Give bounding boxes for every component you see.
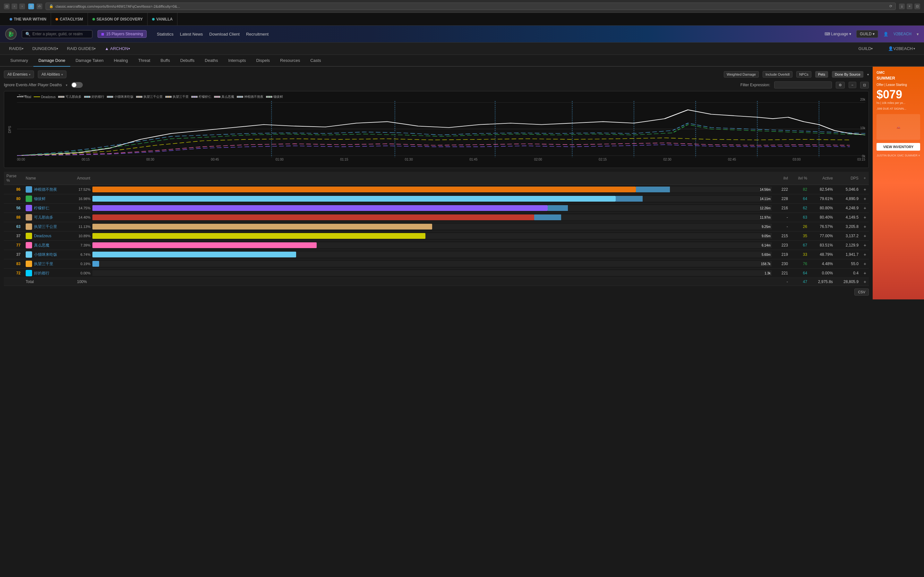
bar-amount: 6.14m xyxy=(762,243,771,247)
pets-btn[interactable]: Pets xyxy=(815,71,828,77)
nav-season-of-discovery[interactable]: SEASON OF DISCOVERY xyxy=(88,13,148,25)
statistics-link[interactable]: Statistics xyxy=(157,32,174,37)
include-overkill-btn[interactable]: Include Overkill xyxy=(762,71,792,77)
recruitment-link[interactable]: Recruitment xyxy=(246,32,268,37)
reload-icon[interactable]: ⟳ xyxy=(889,4,892,8)
search-input[interactable] xyxy=(32,32,84,36)
filter-minimize-btn[interactable]: − xyxy=(849,82,856,88)
archon-nav[interactable]: ▲ ARCHON xyxy=(101,43,134,55)
tab-summary[interactable]: Summary xyxy=(5,55,33,67)
download-client-link[interactable]: Download Client xyxy=(209,32,240,37)
dungeons-nav[interactable]: DUNGEONS xyxy=(29,43,62,55)
menu-btn[interactable]: ⊡ xyxy=(914,3,920,9)
bar-wrap: 0.19% 158.7k xyxy=(77,261,772,267)
ignore-events-toggle[interactable] xyxy=(71,82,83,88)
tab-dispels[interactable]: Dispels xyxy=(251,55,275,67)
tab-casts[interactable]: Casts xyxy=(305,55,326,67)
tab-healing[interactable]: Healing xyxy=(109,55,133,67)
ad-car-image: 🚗 xyxy=(877,114,920,140)
content-area: All Enemies All Abilities Weighted Damag… xyxy=(0,67,924,300)
raid-guides-nav[interactable]: RAID GUIDES xyxy=(63,43,100,55)
player-name[interactable]: 小猫咪来吃饭 xyxy=(34,252,57,258)
tab-debuffs[interactable]: Debuffs xyxy=(175,55,200,67)
nav-vanilla[interactable]: VANILLA xyxy=(148,13,178,25)
filter-settings-btn[interactable]: ⚙ xyxy=(836,82,845,89)
tab-resources[interactable]: Resources xyxy=(275,55,305,67)
add-cell[interactable]: + xyxy=(861,259,869,269)
language-btn[interactable]: ⌨ Language ▾ xyxy=(825,32,851,36)
chart-zoom-label: Zoom xyxy=(18,94,27,98)
add-btn[interactable]: + xyxy=(864,224,866,229)
nav-the-war-within[interactable]: THE WAR WITHIN xyxy=(5,13,51,25)
download-btn[interactable]: ⤓ xyxy=(899,3,905,9)
add-btn[interactable]: + xyxy=(864,271,866,276)
add-btn[interactable]: + xyxy=(864,205,866,211)
tab-damage-done[interactable]: Damage Done xyxy=(33,55,71,67)
ilvl-cell: 219 xyxy=(774,250,790,259)
player-icon xyxy=(26,223,32,230)
add-btn[interactable]: + xyxy=(864,252,866,257)
nav-back-btn[interactable]: ‹ xyxy=(11,3,17,9)
player-name[interactable]: Deadzeus xyxy=(34,234,51,238)
filter-fullscreen-btn[interactable]: ⊡ xyxy=(860,82,869,89)
add-cell[interactable]: + xyxy=(861,194,869,203)
add-cell[interactable]: + xyxy=(861,241,869,250)
guild-btn[interactable]: GUILD ▾ xyxy=(856,30,878,38)
site-logo[interactable]: 🐉 xyxy=(5,28,17,40)
player-name[interactable]: 好的都行 xyxy=(34,271,49,276)
add-cell[interactable]: + xyxy=(861,278,869,286)
x-label-10: 02:30 xyxy=(664,158,672,161)
search-bar[interactable]: 🔍 xyxy=(22,30,92,38)
streaming-badge[interactable]: ◼ 15 Players Streaming xyxy=(97,30,147,38)
npcs-btn[interactable]: NPCs xyxy=(796,71,811,77)
total-pct: 100% xyxy=(77,279,87,284)
add-cell[interactable]: + xyxy=(861,185,869,194)
user-chevron: ▾ xyxy=(917,32,919,37)
add-cell[interactable]: + xyxy=(861,213,869,222)
add-btn[interactable]: + xyxy=(864,279,866,284)
player-name[interactable]: 锄拔鲜 xyxy=(34,196,45,201)
add-cell[interactable]: + xyxy=(861,250,869,259)
latest-news-link[interactable]: Latest News xyxy=(180,32,203,37)
user-btn[interactable]: V2BEACH xyxy=(893,32,911,36)
address-bar[interactable]: 🔒 classic.warcraftlogs.com/reports/8rmhz… xyxy=(45,3,896,10)
player-name[interactable]: 执望三千里 xyxy=(34,261,53,267)
add-cell[interactable]: + xyxy=(861,231,869,241)
player-name[interactable]: 可儿那由多 xyxy=(34,215,53,220)
tab-damage-taken[interactable]: Damage Taken xyxy=(70,55,108,67)
all-abilities-btn[interactable]: All Abilities xyxy=(38,71,66,78)
add-btn[interactable]: + xyxy=(864,196,866,201)
tab-deaths[interactable]: Deaths xyxy=(200,55,223,67)
player-name[interactable]: 柠檬虾仁 xyxy=(34,205,49,211)
tab-threat[interactable]: Threat xyxy=(133,55,156,67)
all-enemies-btn[interactable]: All Enemies xyxy=(4,71,34,78)
done-by-source-btn[interactable]: Done By Source xyxy=(832,71,863,77)
window-close-btn[interactable]: ⊡ xyxy=(4,3,10,9)
player-name[interactable]: 执望三千公里 xyxy=(34,224,57,229)
add-btn[interactable]: + xyxy=(864,261,866,266)
filter-expression-input[interactable] xyxy=(774,81,832,89)
add-btn[interactable]: + xyxy=(864,243,866,248)
bar-wrap: 7.39% 6.14m xyxy=(77,242,772,248)
user-nav[interactable]: 👤 V2BEACH ▾ xyxy=(884,43,919,55)
add-cell[interactable]: + xyxy=(861,269,869,278)
tab-interrupts[interactable]: Interrupts xyxy=(223,55,251,67)
raids-nav[interactable]: RAIDS xyxy=(5,43,27,55)
player-name[interactable]: 真么恶魔 xyxy=(34,243,49,248)
dps-cell: 2,129.9 xyxy=(835,241,861,250)
add-btn[interactable]: + xyxy=(864,215,866,220)
new-tab-btn[interactable]: + xyxy=(907,3,913,9)
player-name[interactable]: 神棍德不熬夜 xyxy=(34,187,57,192)
add-cell[interactable]: + xyxy=(861,203,869,213)
weighted-damage-btn[interactable]: Weighted Damage xyxy=(724,71,759,77)
tab-buffs[interactable]: Buffs xyxy=(155,55,175,67)
ad-cta-btn[interactable]: VIEW INVENTORY xyxy=(877,143,920,151)
add-btn[interactable]: + xyxy=(864,234,866,239)
add-btn[interactable]: + xyxy=(864,187,866,192)
csv-btn[interactable]: CSV xyxy=(855,288,869,295)
nav-forward-btn[interactable]: › xyxy=(19,3,25,9)
nav-cataclysm[interactable]: CATACLYSM xyxy=(51,13,87,25)
ad-details: hs | 10k miles per ye... xyxy=(877,101,920,105)
add-cell[interactable]: + xyxy=(861,222,869,231)
guild-nav[interactable]: GUILD xyxy=(855,43,877,55)
